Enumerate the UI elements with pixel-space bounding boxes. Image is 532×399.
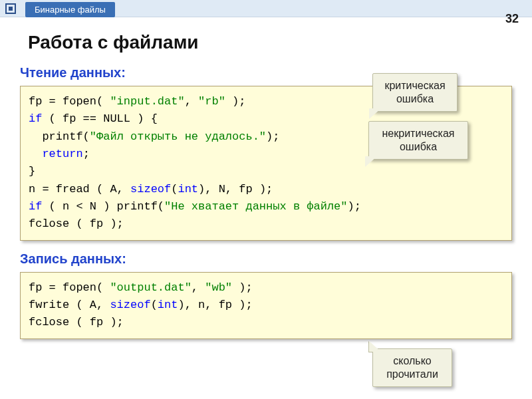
- section-heading-write: Запись данных:: [20, 251, 532, 267]
- callout-line: некритическая: [382, 128, 455, 139]
- callout-line: ошибка: [400, 141, 437, 152]
- callout-tail-icon: [365, 156, 377, 167]
- callout-critical-error: критическая ошибка: [372, 73, 458, 112]
- top-bar: Бинарные файлы: [0, 0, 532, 17]
- callout-how-many-read: сколько прочитали: [372, 348, 452, 387]
- callout-noncritical-error: некритическая ошибка: [368, 121, 468, 160]
- callout-line: сколько: [393, 355, 431, 366]
- page-title: Работа с файлами: [28, 32, 532, 53]
- slide-tab: Бинарные файлы: [25, 2, 115, 17]
- slide-icon: [5, 3, 16, 14]
- page-number: 32: [505, 12, 519, 26]
- callout-line: критическая: [384, 80, 445, 91]
- callout-tail-icon: [369, 108, 381, 119]
- callout-tail-icon: [369, 341, 381, 352]
- callout-line: прочитали: [386, 368, 438, 380]
- callout-line: ошибка: [396, 93, 434, 104]
- code-block-write: fp = fopen( "output.dat", "wb" ); fwrite…: [20, 272, 512, 339]
